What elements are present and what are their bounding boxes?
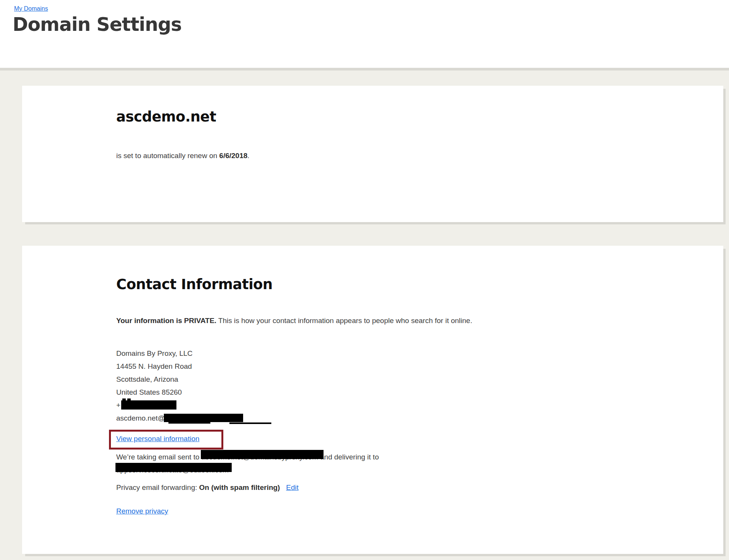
address-line: 14455 N. Hayden Road	[116, 360, 243, 373]
privacy-notice-bold: Your information is PRIVATE.	[116, 317, 216, 325]
domain-card: ascdemo.net is set to automatically rene…	[22, 86, 723, 222]
breadcrumb-my-domains-link[interactable]: My Domains	[14, 5, 48, 12]
renew-text: is set to automatically renew on 6/6/201…	[116, 152, 250, 160]
address-line: Domains By Proxy, LLC	[116, 347, 243, 360]
page-title: Domain Settings	[13, 14, 182, 35]
address-line: United States 85260	[116, 386, 243, 399]
redacted-email-to-text: appservicecertificate@outlook.com	[116, 466, 229, 474]
privacy-notice: Your information is PRIVATE. This is how…	[116, 314, 492, 327]
contact-heading: Contact Information	[116, 276, 272, 293]
privacy-forwarding-label: Privacy email forwarding:	[116, 483, 199, 491]
remove-privacy-link[interactable]: Remove privacy	[116, 507, 168, 515]
renew-prefix: is set to automatically renew on	[116, 152, 219, 160]
contact-card: Contact Information Your information is …	[22, 246, 723, 554]
view-personal-info-highlight: View personal information	[109, 430, 223, 450]
email-line: ascdemo.net@	[116, 412, 243, 425]
forwarding-prefix: We’re taking email sent to	[116, 453, 202, 461]
email-redaction-bar	[164, 414, 243, 422]
privacy-forwarding-value: On (with spam filtering)	[199, 483, 280, 491]
privacy-forwarding-line: Privacy email forwarding: On (with spam …	[116, 483, 298, 492]
redacted-email-to: appservicecertificate@outlook.com	[116, 464, 229, 477]
header-divider	[0, 68, 729, 70]
phone-redaction-bar	[121, 400, 176, 410]
redacted-email-from: ascdemo.net@domainsbyproxy.com	[202, 451, 318, 464]
address-block: Domains By Proxy, LLC 14455 N. Hayden Ro…	[116, 347, 243, 425]
forwarding-middle: and delivering it to	[318, 453, 379, 461]
forwarding-text: We’re taking email sent to ascdemo.net@d…	[116, 451, 596, 477]
domain-name: ascdemo.net	[116, 109, 216, 125]
address-line: Scottsdale, Arizona	[116, 373, 243, 386]
renew-suffix: .	[247, 152, 249, 160]
edit-link[interactable]: Edit	[286, 483, 299, 491]
renew-date: 6/6/2018	[219, 152, 247, 160]
redacted-email-from-text: ascdemo.net@domainsbyproxy.com	[202, 453, 318, 461]
view-personal-info-link[interactable]: View personal information	[116, 435, 199, 443]
phone-line: +	[116, 399, 243, 412]
privacy-notice-rest: This is how your contact information app…	[216, 317, 472, 325]
phone-prefix: +	[116, 401, 120, 409]
email-prefix: ascdemo.net@	[116, 414, 165, 422]
